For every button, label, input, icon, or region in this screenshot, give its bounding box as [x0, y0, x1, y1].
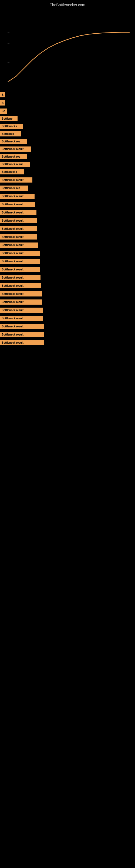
result-row-3: Bo — [0, 106, 135, 114]
result-row-21: Bottleneck result — [0, 248, 135, 256]
result-row-25: Bottleneck result — [0, 281, 135, 289]
result-row-19: Bottleneck result — [0, 232, 135, 240]
result-row-28: Bottleneck result — [0, 305, 135, 313]
result-row-1: B — [0, 90, 135, 98]
site-title: TheBottlenecker.com — [0, 0, 135, 8]
result-row-9: Bottleneck res — [0, 152, 135, 160]
chart-area — [0, 8, 135, 90]
result-row-4: Bottlene — [0, 114, 135, 122]
result-row-7: Bottleneck res — [0, 137, 135, 145]
result-label-20: Bottleneck result — [0, 243, 38, 248]
result-label-3: Bo — [0, 108, 7, 114]
result-row-15: Bottleneck result — [0, 199, 135, 208]
result-label-9: Bottleneck res — [0, 154, 27, 159]
result-row-16: Bottleneck result — [0, 208, 135, 216]
result-row-27: Bottleneck result — [0, 297, 135, 305]
result-label-22: Bottleneck result — [0, 259, 40, 264]
result-row-20: Bottleneck result — [0, 240, 135, 248]
result-row-26: Bottleneck result — [0, 289, 135, 297]
result-row-22: Bottleneck result — [0, 256, 135, 265]
result-row-2: B — [0, 98, 135, 106]
result-label-12: Bottleneck result — [0, 177, 32, 183]
result-label-5: Bottleneck r — [0, 124, 23, 129]
result-row-23: Bottleneck result — [0, 265, 135, 273]
result-row-8: Bottleneck result — [0, 145, 135, 152]
result-label-26: Bottleneck result — [0, 291, 42, 297]
result-row-13: Bottleneck res — [0, 183, 135, 191]
result-label-27: Bottleneck result — [0, 300, 42, 305]
result-row-10: Bottleneck resul — [0, 160, 135, 167]
result-label-11: Bottleneck r — [0, 169, 24, 175]
result-label-1: B — [0, 92, 5, 97]
result-label-29: Bottleneck result — [0, 316, 43, 321]
result-label-32: Bottleneck result — [0, 340, 44, 345]
result-label-8: Bottleneck result — [0, 147, 31, 152]
result-label-18: Bottleneck result — [0, 226, 37, 231]
result-label-30: Bottleneck result — [0, 324, 44, 329]
chart-svg — [0, 8, 135, 90]
result-row-32: Bottleneck result — [0, 338, 135, 346]
result-row-30: Bottleneck result — [0, 321, 135, 330]
result-label-6: Bottlenec — [0, 131, 21, 136]
result-label-4: Bottlene — [0, 116, 17, 121]
result-row-31: Bottleneck result — [0, 330, 135, 338]
result-row-17: Bottleneck result — [0, 216, 135, 224]
result-label-31: Bottleneck result — [0, 332, 44, 337]
result-label-17: Bottleneck result — [0, 218, 37, 223]
result-label-14: Bottleneck result — [0, 194, 35, 199]
result-label-28: Bottleneck result — [0, 308, 43, 313]
result-row-6: Bottlenec — [0, 129, 135, 137]
result-row-29: Bottleneck result — [0, 313, 135, 321]
result-label-2: B — [0, 100, 5, 105]
svg-rect-0 — [0, 8, 135, 90]
result-label-19: Bottleneck result — [0, 235, 37, 240]
result-row-11: Bottleneck r — [0, 167, 135, 175]
result-label-15: Bottleneck result — [0, 202, 35, 207]
results-container: B B Bo Bottlene Bottleneck r Bottlenec B… — [0, 90, 135, 346]
result-label-7: Bottleneck res — [0, 139, 27, 144]
result-row-5: Bottleneck r — [0, 122, 135, 129]
result-row-24: Bottleneck result — [0, 273, 135, 281]
result-row-14: Bottleneck result — [0, 191, 135, 199]
result-row-18: Bottleneck result — [0, 224, 135, 232]
result-row-12: Bottleneck result — [0, 175, 135, 183]
result-label-24: Bottleneck result — [0, 275, 41, 280]
result-label-13: Bottleneck res — [0, 186, 28, 191]
result-label-21: Bottleneck result — [0, 251, 40, 256]
result-label-23: Bottleneck result — [0, 267, 40, 272]
result-label-16: Bottleneck result — [0, 210, 37, 215]
result-label-10: Bottleneck resul — [0, 162, 30, 167]
result-label-25: Bottleneck result — [0, 283, 41, 288]
